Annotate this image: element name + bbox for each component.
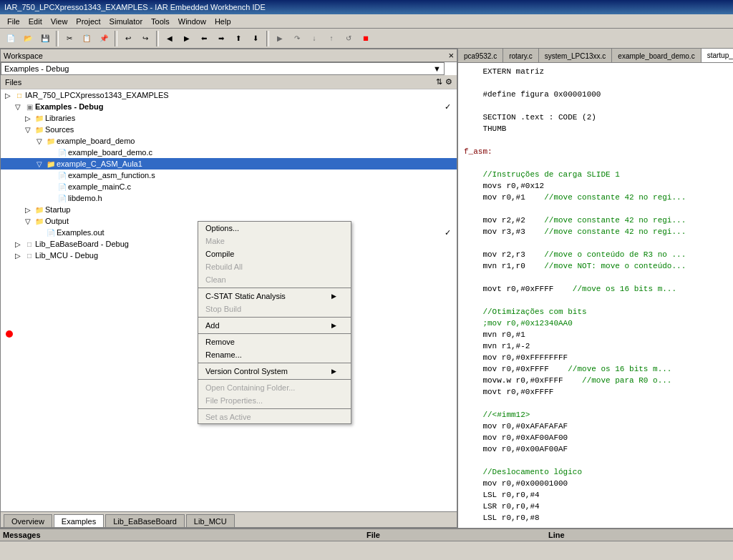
cut-btn[interactable]: ✂ — [62, 31, 77, 46]
code-content-1: EXTERN matriz — [464, 66, 727, 77]
workspace-close-btn[interactable]: × — [448, 50, 454, 61]
code-content-3: SECTION .text : CODE (2) — [464, 112, 727, 123]
menu-item-simulator[interactable]: Simulator — [105, 16, 147, 27]
ctx-compile-label: Compile — [205, 250, 234, 258]
file-icon-libdemo: 📄 — [57, 192, 68, 204]
tree-item-example-board-demo-folder[interactable]: ▽ 📁 example_board_demo — [1, 135, 457, 147]
step-out-btn[interactable]: ↑ — [324, 31, 339, 46]
code-line-22: //<#imm12> — [464, 409, 727, 421]
tab-example-board-demo[interactable]: example_board_demo.c — [612, 49, 701, 63]
sep2 — [115, 31, 117, 46]
forward-btn[interactable]: ▶ — [179, 31, 195, 46]
ctx-sep5 — [198, 379, 351, 380]
ctx-cstat[interactable]: C-STAT Static Analysis ▶ — [198, 290, 351, 303]
step-over-btn[interactable]: ↷ — [289, 31, 305, 46]
undo-btn[interactable]: ↩ — [120, 31, 136, 46]
workspace-title: Workspace — [4, 51, 43, 60]
code-line-blank2 — [464, 100, 727, 112]
tree-item-example-c-asm[interactable]: ▽ 📁 example_C_ASM_Aula1 — [1, 158, 457, 170]
asm-function-label: example_asm_function.s — [68, 171, 155, 180]
nav3-btn[interactable]: ⬅ — [196, 31, 212, 46]
tab-system-lpc[interactable]: system_LPC13xx.c — [539, 49, 613, 63]
stop-btn[interactable]: ⏹ — [358, 31, 374, 46]
code-line-4: THUMB — [464, 123, 727, 134]
tab-lib-mcu[interactable]: Lib_MCU — [186, 514, 235, 527]
code-area[interactable]: EXTERN matriz #define figura 0x00001000 … — [458, 63, 733, 528]
menu-item-help[interactable]: Help — [210, 16, 236, 27]
tree-item-main-c[interactable]: 📄 example_mainC.c — [1, 181, 457, 192]
paste-btn[interactable]: 📌 — [96, 31, 112, 46]
ctx-options[interactable]: Options... — [198, 222, 351, 235]
folder-icon-board: 📁 — [45, 135, 57, 147]
libraries-label: Libraries — [45, 114, 75, 122]
config-icon[interactable]: ⚙ — [445, 77, 452, 87]
code-line-26: //Deslocamento lógico — [464, 466, 727, 478]
toolbar: 📄 📂 💾 ✂ 📋 📌 ↩ ↪ ◀ ▶ ⬅ ➡ ⬆ ⬇ ▶ ↷ ↓ ↑ ↺ ⏹ — [0, 29, 733, 49]
redo-btn[interactable]: ↪ — [137, 31, 153, 46]
tab-examples[interactable]: Examples — [54, 514, 104, 527]
folder-icon-output: 📁 — [34, 215, 45, 227]
save-btn[interactable]: 💾 — [37, 31, 53, 46]
ctx-set-active: Set as Active — [198, 411, 351, 423]
menu-item-edit[interactable]: Edit — [24, 16, 47, 27]
ctx-add-label: Add — [205, 321, 220, 330]
copy-btn[interactable]: 📋 — [79, 31, 94, 46]
ctx-remove[interactable]: Remove — [198, 335, 351, 348]
tab-startup[interactable]: startup_LP... — [702, 49, 733, 63]
status-line-label: Line — [548, 531, 565, 539]
code-content-26: //Deslocamento lógico — [464, 466, 727, 478]
folder-icon-asm: 📁 — [45, 158, 57, 170]
code-line-13: movt r0,#0xFFFF //move os 16 bits m... — [464, 283, 727, 295]
menu-item-project[interactable]: Project — [72, 16, 105, 27]
nav5-btn[interactable]: ⬆ — [230, 31, 246, 46]
menu-item-window[interactable]: Window — [174, 16, 210, 27]
open-btn[interactable]: 📂 — [20, 31, 36, 46]
tree-item-libdemo[interactable]: 📄 libdemo.h — [1, 192, 457, 204]
file-expand-icon4 — [45, 192, 57, 204]
example-board-demo-c-label: example_board_demo.c — [68, 148, 152, 157]
nav6-btn[interactable]: ⬇ — [248, 31, 263, 46]
code-line-blank3 — [464, 134, 727, 146]
workspace-bottom-tabs: Overview Examples Lib_EaBaseBoard Lib_MC… — [1, 511, 457, 527]
new-file-btn[interactable]: 📄 — [3, 31, 19, 46]
ctx-vcs[interactable]: Version Control System ▶ — [198, 365, 351, 378]
tab-overview[interactable]: Overview — [4, 514, 52, 527]
sort-icon[interactable]: ⇅ — [436, 77, 442, 87]
tree-item-libraries[interactable]: ▷ 📁 Libraries — [1, 112, 457, 124]
root-icon: □ — [14, 89, 25, 101]
tab-lib-ea-label: Lib_EaBaseBoard — [113, 517, 177, 526]
code-content-17: mvn r1,#-2 — [464, 340, 727, 352]
tree-item-sources[interactable]: ▽ 📁 Sources — [1, 124, 457, 135]
back-btn[interactable]: ◀ — [162, 31, 178, 46]
output-label: Output — [45, 217, 69, 225]
tree-item-examples-debug[interactable]: ▽ ▣ Examples - Debug ✓ — [1, 101, 457, 112]
code-content-24: mov r0,#0xAF00AF00 — [464, 432, 727, 443]
tree-item-example-board-demo-c[interactable]: 📄 example_board_demo.c — [1, 147, 457, 158]
code-line-23: mov r0,#0xAFAFAFAF — [464, 421, 727, 432]
tab-rotary[interactable]: rotary.c — [503, 49, 539, 63]
workspace-dropdown[interactable]: Examples - Debug ▼ — [1, 62, 445, 75]
menu-item-file[interactable]: File — [3, 16, 24, 27]
step-into-btn[interactable]: ↓ — [306, 31, 322, 46]
code-line-blank11 — [464, 524, 727, 528]
reset-btn[interactable]: ↺ — [341, 31, 356, 46]
menu-item-view[interactable]: View — [47, 16, 72, 27]
ctx-rename[interactable]: Rename... — [198, 348, 351, 361]
tab-pca9532[interactable]: pca9532.c — [458, 49, 503, 63]
menu-item-tools[interactable]: Tools — [147, 16, 174, 27]
ctx-sep6 — [198, 408, 351, 409]
ctx-rebuild-label: Rebuild All — [205, 262, 243, 271]
tree-item-asm-function[interactable]: 📄 example_asm_function.s — [1, 170, 457, 181]
ctx-stop-build: Stop Build — [198, 303, 351, 315]
ctx-file-props-label: File Properties... — [205, 396, 263, 405]
code-line-blank6 — [464, 237, 727, 249]
ctx-compile[interactable]: Compile — [198, 247, 351, 260]
nav4-btn[interactable]: ➡ — [213, 31, 229, 46]
tree-item-root[interactable]: ▷ □ IAR_750_LPCXpresso1343_EXAMPLES — [1, 89, 457, 101]
tab-lib-ea[interactable]: Lib_EaBaseBoard — [105, 514, 185, 527]
ctx-add[interactable]: Add ▶ — [198, 319, 351, 332]
files-header: Files ⇅ ⚙ — [1, 75, 457, 89]
tree-item-startup[interactable]: ▷ 📁 Startup — [1, 204, 457, 215]
debug-btn[interactable]: ▶ — [272, 31, 288, 46]
sep3 — [156, 31, 159, 46]
